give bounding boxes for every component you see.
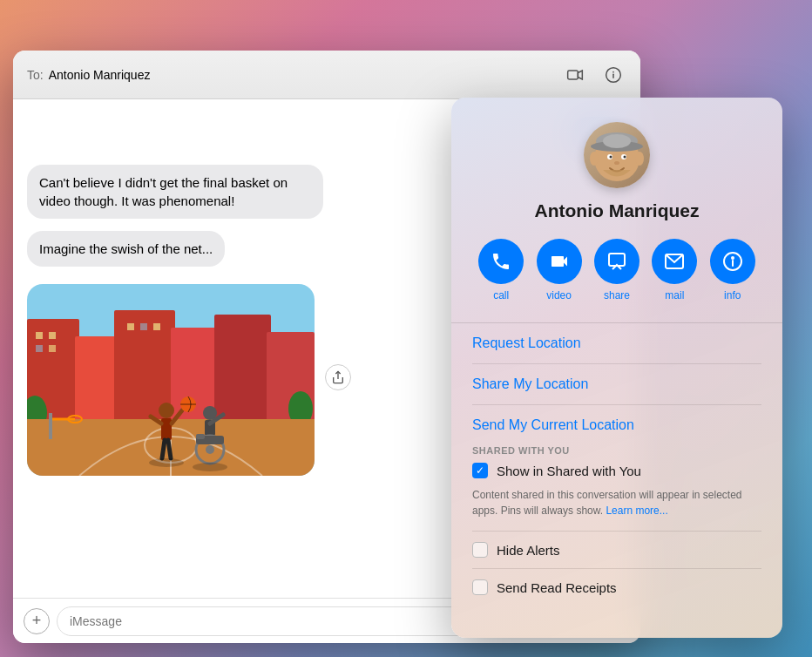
title-bar: To: Antonio Manriquez — [13, 51, 640, 99]
action-buttons: call video share — [472, 239, 761, 301]
show-in-shared-label: Show in Shared with You — [497, 464, 641, 478]
shared-description: Content shared in this conversation will… — [472, 487, 761, 518]
learn-more-link[interactable]: Learn more... — [606, 505, 667, 517]
send-read-receipts-label: Send Read Receipts — [497, 580, 617, 595]
share-label: share — [604, 289, 630, 301]
info-panel: Antonio Manriquez call v — [451, 98, 782, 638]
plus-icon: + — [32, 612, 42, 630]
svg-point-61 — [732, 257, 734, 259]
svg-rect-18 — [153, 323, 160, 330]
info-circle-icon — [605, 66, 622, 84]
info-circle — [710, 239, 755, 284]
svg-point-40 — [206, 445, 214, 454]
hide-alerts-row: Hide Alerts — [472, 531, 761, 568]
image-message — [27, 284, 315, 476]
avatar-svg — [584, 122, 650, 188]
svg-point-56 — [590, 152, 599, 166]
hide-alerts-checkbox[interactable] — [472, 542, 488, 558]
svg-point-55 — [614, 161, 619, 165]
svg-rect-13 — [49, 332, 56, 339]
received-bubble: Can't believe I didn't get the final bas… — [27, 165, 323, 219]
svg-line-33 — [162, 440, 165, 458]
mail-label: mail — [665, 289, 684, 301]
svg-rect-30 — [161, 418, 172, 440]
send-read-receipts-checkbox[interactable] — [472, 579, 488, 595]
video-circle — [537, 239, 582, 284]
info-contact-name: Antonio Manriquez — [472, 200, 761, 221]
svg-point-29 — [159, 403, 174, 418]
svg-rect-16 — [127, 323, 134, 330]
send-read-receipts-row: Send Read Receipts — [472, 568, 761, 606]
svg-rect-14 — [36, 345, 43, 352]
svg-rect-10 — [214, 315, 271, 423]
svg-point-54 — [624, 156, 626, 159]
svg-point-50 — [603, 134, 631, 148]
call-circle — [478, 239, 524, 284]
mail-circle — [652, 239, 697, 284]
call-action[interactable]: call — [478, 239, 524, 301]
share-circle — [594, 239, 639, 284]
info-action[interactable]: info — [710, 239, 755, 301]
video-label: video — [546, 289, 572, 301]
share-my-location-label: Share My Location — [472, 376, 588, 391]
show-in-shared-checkbox[interactable]: ✓ — [472, 463, 488, 478]
info-button[interactable] — [600, 62, 626, 88]
info-label: info — [724, 289, 741, 301]
svg-marker-1 — [578, 71, 582, 79]
header-contact-name: Antonio Manriquez — [49, 68, 151, 82]
image-share-button[interactable] — [325, 364, 351, 390]
hide-alerts-label: Hide Alerts — [497, 543, 560, 558]
svg-point-53 — [610, 156, 612, 159]
contact-avatar — [584, 122, 650, 188]
to-label: To: — [27, 68, 44, 82]
video-icon-panel — [549, 251, 570, 272]
info-panel-content: Antonio Manriquez call v — [451, 98, 782, 623]
svg-line-34 — [168, 440, 171, 458]
share-my-location-item[interactable]: Share My Location — [472, 364, 761, 405]
video-icon — [566, 66, 584, 84]
share-icon-panel — [606, 251, 627, 272]
svg-point-45 — [193, 463, 227, 471]
video-call-button[interactable] — [562, 62, 588, 88]
request-location-item[interactable]: Request Location — [472, 323, 761, 364]
svg-rect-0 — [568, 71, 579, 79]
svg-rect-12 — [36, 332, 43, 339]
svg-rect-26 — [49, 413, 52, 439]
svg-rect-7 — [75, 336, 118, 423]
svg-rect-42 — [196, 434, 205, 439]
phone-icon — [491, 251, 511, 272]
received-bubble-text-2: Imagine the swish of the net... — [39, 241, 213, 256]
send-current-location-item[interactable]: Send My Current Location — [472, 405, 761, 438]
share-action[interactable]: share — [594, 239, 639, 301]
call-label: call — [493, 289, 509, 301]
svg-rect-17 — [140, 323, 147, 330]
mail-action[interactable]: mail — [652, 239, 697, 301]
svg-point-44 — [149, 458, 184, 467]
title-bar-actions — [562, 62, 626, 88]
shared-with-you-header: SHARED WITH YOU — [472, 445, 761, 456]
info-icon-panel — [722, 251, 743, 272]
mail-icon — [664, 251, 685, 272]
show-in-shared-row: ✓ Show in Shared with You — [472, 463, 761, 478]
send-current-location-label: Send My Current Location — [472, 417, 634, 432]
received-bubble: Imagine the swish of the net... — [27, 231, 225, 267]
received-bubble-text: Can't believe I didn't get the final bas… — [39, 175, 288, 208]
share-icon — [331, 370, 345, 384]
svg-point-57 — [635, 152, 644, 166]
request-location-label: Request Location — [472, 335, 581, 350]
svg-rect-15 — [49, 345, 56, 352]
add-attachment-button[interactable]: + — [24, 608, 50, 634]
avatar-container — [472, 122, 761, 188]
basketball-court-scene — [27, 284, 315, 476]
video-action[interactable]: video — [537, 239, 582, 301]
